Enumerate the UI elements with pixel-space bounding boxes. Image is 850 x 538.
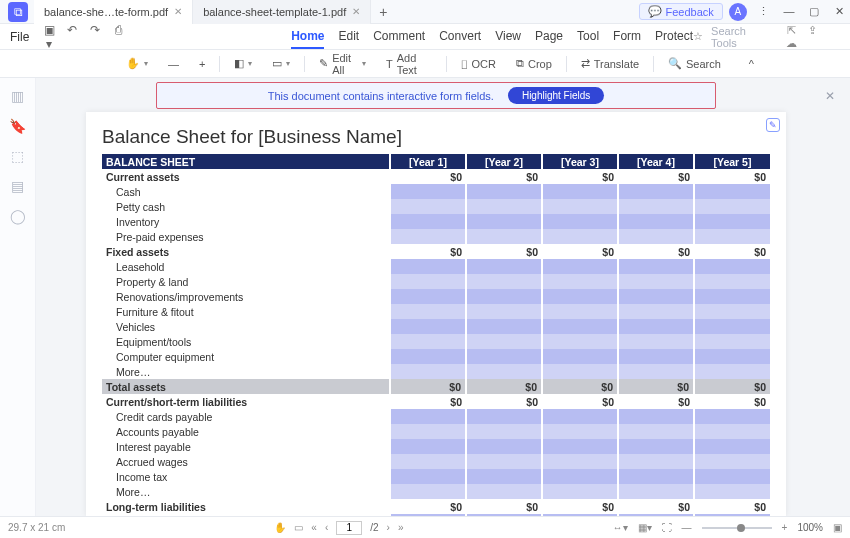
collapse-ribbon-icon[interactable]: ^ <box>743 56 760 72</box>
save-icon[interactable]: ▣ <box>39 23 59 37</box>
cell[interactable] <box>466 454 542 469</box>
cell[interactable] <box>390 424 466 439</box>
cell[interactable] <box>390 259 466 274</box>
zoom-in-icon[interactable]: + <box>782 522 788 533</box>
cell[interactable] <box>694 349 770 364</box>
cell[interactable] <box>694 289 770 304</box>
cell[interactable] <box>466 289 542 304</box>
cell[interactable] <box>390 349 466 364</box>
cell[interactable] <box>694 409 770 424</box>
menu-protect[interactable]: Protect <box>655 25 693 49</box>
feedback-button[interactable]: 💬 Feedback <box>639 3 723 20</box>
cell[interactable] <box>694 484 770 499</box>
menu-edit[interactable]: Edit <box>338 25 359 49</box>
zoom-slider[interactable] <box>702 527 772 529</box>
cell[interactable] <box>618 409 694 424</box>
cell[interactable] <box>618 304 694 319</box>
user-avatar[interactable]: A <box>729 3 747 21</box>
cell[interactable] <box>618 439 694 454</box>
cell[interactable] <box>694 229 770 244</box>
menu-page[interactable]: Page <box>535 25 563 49</box>
cell[interactable] <box>390 229 466 244</box>
cell[interactable] <box>542 334 618 349</box>
cell[interactable] <box>466 199 542 214</box>
cell[interactable] <box>390 469 466 484</box>
cell[interactable] <box>618 259 694 274</box>
close-tab-icon[interactable]: ✕ <box>174 6 182 17</box>
hand-icon[interactable]: ✋ <box>274 522 286 533</box>
fit-width-icon[interactable]: ↔▾ <box>613 522 628 533</box>
thumbnails-icon[interactable]: ▥ <box>11 88 24 104</box>
cell[interactable] <box>466 424 542 439</box>
cell[interactable] <box>466 229 542 244</box>
cell[interactable] <box>618 274 694 289</box>
print-icon[interactable]: ⎙ <box>109 23 129 37</box>
cell[interactable] <box>542 319 618 334</box>
comments-icon[interactable]: ◯ <box>10 208 26 224</box>
cell[interactable] <box>390 364 466 379</box>
cell[interactable] <box>466 184 542 199</box>
cell[interactable] <box>466 319 542 334</box>
cell[interactable] <box>390 274 466 289</box>
ocr-button[interactable]: ⌷ OCR <box>455 56 502 72</box>
cell[interactable] <box>542 409 618 424</box>
cell[interactable] <box>390 304 466 319</box>
zoom-out-icon[interactable]: — <box>682 522 692 533</box>
cell[interactable] <box>694 364 770 379</box>
cell[interactable] <box>390 184 466 199</box>
cell[interactable] <box>694 304 770 319</box>
cell[interactable] <box>390 484 466 499</box>
cell[interactable] <box>618 349 694 364</box>
document-tab-active[interactable]: balance-she…te-form.pdf ✕ <box>34 0 193 24</box>
attachment-icon[interactable]: ⬚ <box>11 148 24 164</box>
cell[interactable] <box>694 424 770 439</box>
menu-view[interactable]: View <box>495 25 521 49</box>
cell[interactable] <box>466 349 542 364</box>
form-badge-icon[interactable]: ✎ <box>766 118 780 132</box>
cell[interactable] <box>542 514 618 516</box>
cell[interactable] <box>466 334 542 349</box>
next-page-icon[interactable]: › <box>387 522 390 533</box>
cell[interactable] <box>618 424 694 439</box>
cell[interactable] <box>466 469 542 484</box>
search-button[interactable]: 🔍 Search <box>662 55 727 72</box>
cell[interactable] <box>466 259 542 274</box>
cell[interactable] <box>542 349 618 364</box>
cell[interactable] <box>694 214 770 229</box>
cell[interactable] <box>466 514 542 516</box>
cell[interactable] <box>618 184 694 199</box>
bookmark-icon[interactable]: 🔖 <box>9 118 26 134</box>
cell[interactable] <box>390 439 466 454</box>
cell[interactable] <box>694 199 770 214</box>
cell[interactable] <box>618 289 694 304</box>
highlight-tool[interactable]: ◧▾ <box>228 55 258 72</box>
last-page-icon[interactable]: » <box>398 522 404 533</box>
menu-convert[interactable]: Convert <box>439 25 481 49</box>
share-icon[interactable]: ⇪ <box>803 24 821 37</box>
search-tools-input[interactable]: Search Tools <box>711 25 774 49</box>
cell[interactable] <box>466 484 542 499</box>
cell[interactable] <box>390 199 466 214</box>
cell[interactable] <box>694 259 770 274</box>
cell[interactable] <box>390 514 466 516</box>
select-icon[interactable]: ▭ <box>294 522 303 533</box>
menu-home[interactable]: Home <box>291 25 324 49</box>
cell[interactable] <box>618 334 694 349</box>
page-number-input[interactable] <box>336 521 362 535</box>
document-tab[interactable]: balance-sheet-template-1.pdf ✕ <box>193 0 371 24</box>
cell[interactable] <box>466 274 542 289</box>
cell[interactable] <box>542 304 618 319</box>
cell[interactable] <box>542 424 618 439</box>
read-mode-icon[interactable]: ▣ <box>833 522 842 533</box>
cell[interactable] <box>618 319 694 334</box>
cell[interactable] <box>542 439 618 454</box>
redo-icon[interactable]: ↷ <box>85 23 105 37</box>
minimize-icon[interactable]: — <box>778 5 800 17</box>
cell[interactable] <box>618 229 694 244</box>
open-external-icon[interactable]: ⇱ <box>782 24 800 37</box>
cell[interactable] <box>466 364 542 379</box>
hand-tool[interactable]: ✋▾ <box>120 55 154 72</box>
chevron-down-icon[interactable]: ▾ <box>39 37 59 51</box>
cell[interactable] <box>390 454 466 469</box>
cell[interactable] <box>694 334 770 349</box>
